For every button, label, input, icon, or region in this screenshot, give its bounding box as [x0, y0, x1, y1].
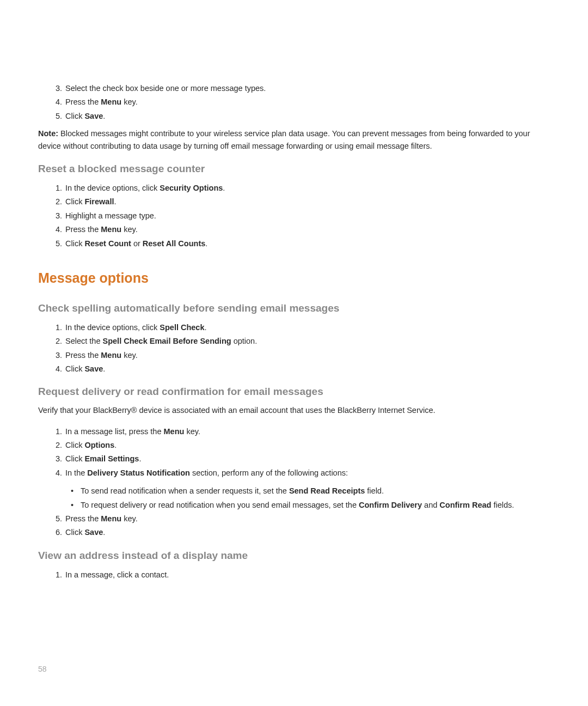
step-number: 1. — [49, 568, 62, 582]
note-paragraph: Note: Blocked messages might contribute … — [38, 127, 550, 152]
step-item: 1.In a message, click a contact. — [49, 568, 550, 582]
steps-list: 5.Press the Menu key. 6.Click Save. — [49, 512, 550, 540]
step-number: 2. — [49, 439, 62, 452]
step-item: 2.Click Options. — [49, 439, 550, 452]
step-number: 3. — [49, 452, 62, 466]
steps-list: 1.In the device options, click Spell Che… — [49, 321, 550, 376]
heading-reset-counter: Reset a blocked message counter — [38, 163, 550, 175]
bullet-item: To request delivery or read notification… — [71, 498, 550, 512]
note-label: Note: — [38, 129, 58, 138]
step-number: 5. — [49, 109, 62, 123]
step-item: 3.Select the check box beside one or mor… — [49, 82, 550, 95]
step-item: 4.Click Save. — [49, 362, 550, 376]
step-item: 6.Click Save. — [49, 526, 550, 539]
step-item: 4.Press the Menu key. — [49, 223, 550, 236]
steps-list: 1.In a message list, press the Menu key.… — [49, 425, 550, 480]
step-item: 4.In the Delivery Status Notification se… — [49, 466, 550, 480]
step-number: 1. — [49, 181, 62, 195]
step-item: 1.In the device options, click Security … — [49, 181, 550, 195]
document-page: 3.Select the check box beside one or mor… — [0, 0, 588, 582]
step-item: 5.Click Reset Count or Reset All Counts. — [49, 237, 550, 251]
step-number: 4. — [49, 95, 62, 109]
steps-list: 1.In a message, click a contact. — [49, 568, 550, 582]
step-item: 2.Click Firewall. — [49, 195, 550, 209]
step-number: 2. — [49, 195, 62, 209]
step-item: 2.Select the Spell Check Email Before Se… — [49, 334, 550, 348]
heading-check-spelling: Check spelling automatically before send… — [38, 302, 550, 314]
step-number: 3. — [49, 82, 62, 95]
intro-paragraph: Verify that your BlackBerry® device is a… — [38, 404, 550, 417]
steps-list: 3.Select the check box beside one or mor… — [49, 82, 550, 123]
step-number: 4. — [49, 223, 62, 236]
step-item: 1.In the device options, click Spell Che… — [49, 321, 550, 334]
bullets-list: To send read notification when a sender … — [71, 484, 550, 512]
step-item: 3.Highlight a message type. — [49, 209, 550, 223]
step-item: 3.Click Email Settings. — [49, 452, 550, 466]
step-item: 5.Press the Menu key. — [49, 512, 550, 526]
bullet-item: To send read notification when a sender … — [71, 484, 550, 498]
heading-view-address: View an address instead of a display nam… — [38, 550, 550, 562]
step-number: 5. — [49, 237, 62, 251]
step-item: 5.Click Save. — [49, 109, 550, 123]
step-number: 3. — [49, 209, 62, 223]
step-number: 4. — [49, 466, 62, 480]
step-number: 2. — [49, 334, 62, 348]
heading-request-confirmation: Request delivery or read confirmation fo… — [38, 386, 550, 398]
page-number: 58 — [38, 665, 47, 673]
step-number: 6. — [49, 526, 62, 539]
step-item: 4.Press the Menu key. — [49, 95, 550, 109]
step-item: 1.In a message list, press the Menu key. — [49, 425, 550, 439]
steps-list: 1.In the device options, click Security … — [49, 181, 550, 251]
step-number: 3. — [49, 349, 62, 362]
heading-message-options: Message options — [38, 270, 550, 286]
step-number: 5. — [49, 512, 62, 526]
step-item: 3.Press the Menu key. — [49, 349, 550, 362]
step-number: 1. — [49, 321, 62, 334]
step-number: 1. — [49, 425, 62, 439]
step-number: 4. — [49, 362, 62, 376]
